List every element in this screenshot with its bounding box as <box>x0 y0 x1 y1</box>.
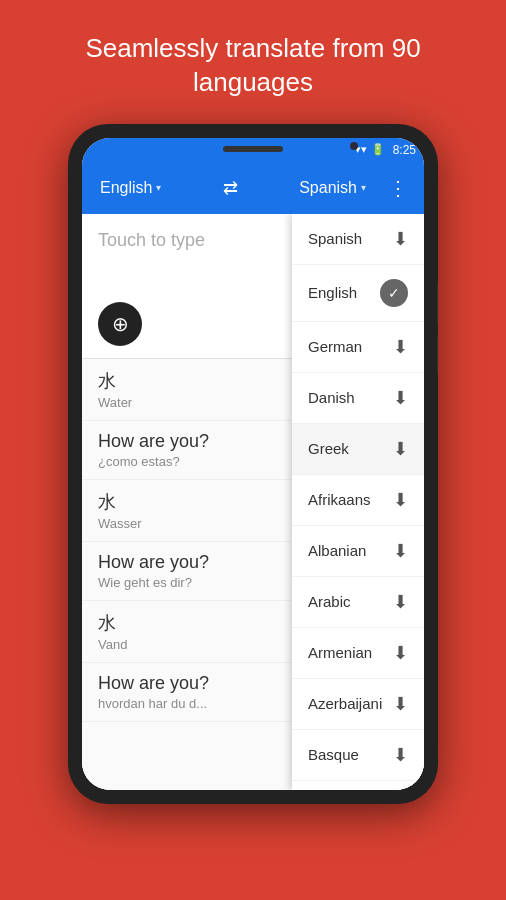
language-name: English <box>308 284 357 301</box>
swap-icon: ⇄ <box>223 177 238 199</box>
language-name: Greek <box>308 440 349 457</box>
more-options-button[interactable]: ⋮ <box>380 168 416 208</box>
status-icons: ▾▾ 🔋 8:25 <box>355 143 416 157</box>
more-icon: ⋮ <box>388 177 408 199</box>
dropdown-language-item[interactable]: Spanish ⬇ <box>292 214 424 265</box>
download-icon: ⬇ <box>393 744 408 766</box>
language-name: German <box>308 338 362 355</box>
language-name: Spanish <box>308 230 362 247</box>
dropdown-language-item[interactable]: Belarusian ⬇ <box>292 781 424 790</box>
source-language-button[interactable]: English ▾ <box>90 173 171 203</box>
camera-translate-button[interactable]: ⊕ <box>98 302 142 346</box>
source-language-label: English <box>100 179 152 197</box>
dropdown-language-item[interactable]: Armenian ⬇ <box>292 628 424 679</box>
battery-icon: 🔋 <box>371 143 385 156</box>
phone-screen: ▾▾ 🔋 8:25 English ▾ ⇄ Spanish ▾ <box>82 138 424 790</box>
download-icon: ⬇ <box>393 540 408 562</box>
phone-outer-shell: ▾▾ 🔋 8:25 English ▾ ⇄ Spanish ▾ <box>68 124 438 804</box>
dropdown-language-item[interactable]: Albanian ⬇ <box>292 526 424 577</box>
phone-speaker <box>223 146 283 152</box>
volume-down-button <box>437 334 438 374</box>
target-language-chevron-icon: ▾ <box>361 182 366 193</box>
source-language-chevron-icon: ▾ <box>156 182 161 193</box>
tagline: Seamlessly translate from 90 languages <box>0 0 506 124</box>
language-name: Danish <box>308 389 355 406</box>
volume-up-button <box>437 284 438 324</box>
language-name: Arabic <box>308 593 351 610</box>
language-dropdown: Spanish ⬇ English ✓ German ⬇ Danish ⬇ Gr… <box>292 214 424 790</box>
selected-check-icon: ✓ <box>380 279 408 307</box>
translator-toolbar: English ▾ ⇄ Spanish ▾ ⋮ <box>82 162 424 214</box>
swap-languages-button[interactable]: ⇄ <box>175 177 285 199</box>
dropdown-language-item[interactable]: English ✓ <box>292 265 424 322</box>
download-icon: ⬇ <box>393 228 408 250</box>
camera-icon: ⊕ <box>112 312 129 336</box>
dropdown-language-item[interactable]: Basque ⬇ <box>292 730 424 781</box>
dropdown-language-item[interactable]: Arabic ⬇ <box>292 577 424 628</box>
language-name: Albanian <box>308 542 366 559</box>
language-name: Afrikaans <box>308 491 371 508</box>
status-time: 8:25 <box>393 143 416 157</box>
phone-device: ▾▾ 🔋 8:25 English ▾ ⇄ Spanish ▾ <box>68 124 438 804</box>
download-icon: ⬇ <box>393 591 408 613</box>
dropdown-language-item[interactable]: Afrikaans ⬇ <box>292 475 424 526</box>
dropdown-language-item[interactable]: Azerbaijani ⬇ <box>292 679 424 730</box>
language-name: Basque <box>308 746 359 763</box>
phone-camera <box>350 142 358 150</box>
language-name: Azerbaijani <box>308 695 382 712</box>
target-language-label: Spanish <box>299 179 357 197</box>
download-icon: ⬇ <box>393 387 408 409</box>
download-icon: ⬇ <box>393 693 408 715</box>
dropdown-language-item[interactable]: Greek ⬇ <box>292 424 424 475</box>
touch-placeholder-text: Touch to type <box>98 230 205 250</box>
download-icon: ⬇ <box>393 642 408 664</box>
dropdown-language-item[interactable]: German ⬇ <box>292 322 424 373</box>
download-icon: ⬇ <box>393 489 408 511</box>
dropdown-language-item[interactable]: Danish ⬇ <box>292 373 424 424</box>
target-language-button[interactable]: Spanish ▾ <box>289 173 376 203</box>
download-icon: ⬇ <box>393 336 408 358</box>
main-content-area: Touch to type ⊕ 水 Water How are you? ¿co… <box>82 214 424 790</box>
language-name: Armenian <box>308 644 372 661</box>
download-icon: ⬇ <box>393 438 408 460</box>
